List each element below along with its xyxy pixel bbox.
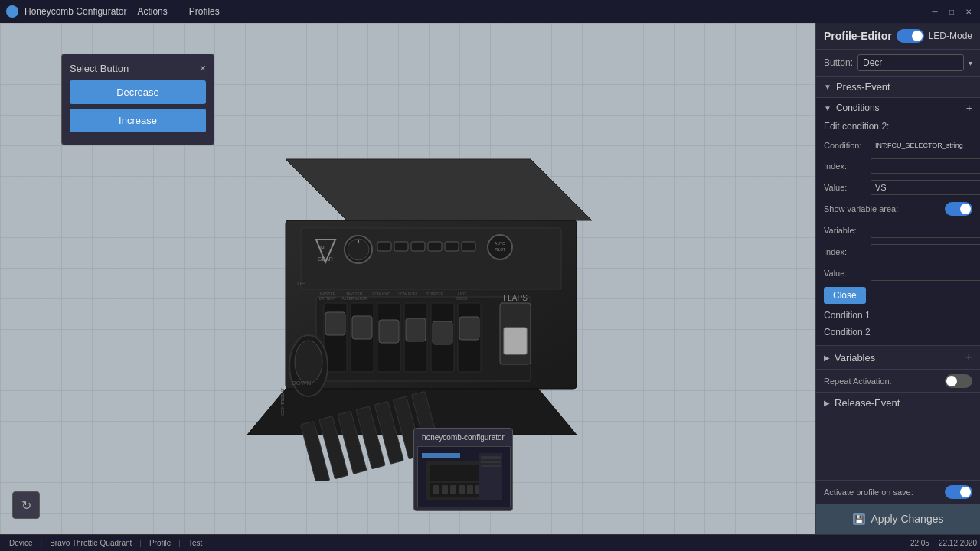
index-field-label: Index:	[824, 161, 866, 171]
condition-field-label: Condition:	[824, 141, 866, 150]
save-icon: 💾	[853, 513, 865, 525]
menu-profiles[interactable]: Profiles	[185, 5, 224, 18]
condition-input[interactable]	[871, 139, 972, 152]
svg-text:CONTROL: CONTROL	[280, 393, 285, 416]
index-input[interactable]	[871, 158, 980, 174]
taskbar-profile[interactable]: Profile	[143, 537, 177, 549]
press-event-chevron-icon: ▼	[824, 83, 831, 91]
release-event-section[interactable]: ▶ Release-Event	[816, 393, 980, 413]
taskbar-test[interactable]: Test	[182, 537, 208, 549]
refresh-button[interactable]: ↻	[12, 491, 40, 519]
conditions-subsection: ▼ Conditions + Edit condition 2: Conditi…	[816, 98, 980, 345]
var-index-input[interactable]	[871, 244, 980, 259]
panel-bottom: Activate profile on save: 💾 Apply Change…	[816, 480, 980, 534]
svg-text:N: N	[320, 244, 325, 251]
popup-header: Select Button ×	[70, 62, 206, 74]
conditions-chevron-icon: ▼	[824, 104, 831, 112]
value-input[interactable]	[871, 180, 980, 195]
press-event-section[interactable]: ▼ Press-Event	[816, 77, 980, 98]
repeat-activation-toggle[interactable]	[945, 374, 972, 388]
activate-on-save-toggle[interactable]	[945, 485, 972, 499]
condition-2-item[interactable]: Condition 2	[816, 324, 980, 341]
condition-field-row: Condition:	[816, 135, 980, 155]
repeat-toggle-knob	[946, 376, 957, 386]
svg-text:PILOT: PILOT	[494, 247, 505, 252]
svg-text:ALTERNATOR: ALTERNATOR	[341, 296, 367, 301]
svg-rect-13	[462, 242, 475, 251]
apply-changes-label: Apply Changes	[871, 513, 944, 525]
show-variable-toggle[interactable]	[945, 202, 972, 216]
app-icon	[6, 5, 18, 18]
var-value-label: Value:	[824, 269, 866, 278]
value-field-row: Value:	[816, 177, 980, 198]
svg-rect-66	[479, 453, 502, 500]
button-label: Button:	[824, 57, 853, 68]
svg-rect-26	[379, 320, 399, 343]
profile-editor-title: Profile-Editor	[824, 30, 892, 42]
condition-1-item[interactable]: Condition 1	[816, 307, 980, 324]
apply-changes-button[interactable]: 💾 Apply Changes	[816, 504, 980, 534]
taskbar-device[interactable]: Device	[3, 537, 39, 549]
var-index-field-row: Index:	[816, 241, 980, 262]
var-value-field-row: Value:	[816, 262, 980, 284]
device-illustration: N GEAR AUTO PILOT	[209, 113, 607, 481]
conditions-header[interactable]: ▼ Conditions +	[816, 98, 980, 118]
toggle-knob	[912, 31, 923, 41]
repeat-activation-row: Repeat Activation:	[816, 370, 980, 393]
variable-field-row: Variable:	[816, 220, 980, 241]
maximize-button[interactable]: □	[946, 6, 957, 17]
variables-header[interactable]: ▶ Variables +	[816, 346, 980, 370]
variables-chevron-icon: ▶	[824, 354, 830, 362]
release-event-label: Release-Event	[835, 397, 900, 409]
close-condition-button[interactable]: Close	[824, 287, 866, 304]
press-event-label: Press-Event	[836, 81, 890, 93]
activate-on-save-row: Activate profile on save:	[816, 481, 980, 504]
svg-rect-68	[481, 461, 501, 463]
taskbar-preview: honeycomb-configurator	[413, 428, 513, 511]
svg-rect-60	[433, 485, 439, 494]
svg-point-41	[295, 341, 322, 383]
svg-rect-9	[394, 242, 408, 251]
var-value-input[interactable]	[871, 266, 980, 281]
app-title: Honeycomb Configurator	[24, 6, 126, 17]
release-event-chevron-icon: ▶	[824, 399, 830, 407]
svg-rect-11	[428, 242, 442, 251]
select-button-popup: Select Button × Decrease Increase	[61, 54, 214, 145]
variables-add-button[interactable]: +	[965, 350, 972, 364]
close-button[interactable]: ✕	[963, 6, 974, 17]
taskbar-bravo[interactable]: Bravo Throttle Quadrant	[44, 537, 138, 549]
taskbar-date: 22.12.2020	[939, 539, 977, 547]
svg-rect-1	[301, 228, 561, 289]
variable-label: Variable:	[824, 226, 866, 235]
svg-rect-62	[450, 485, 456, 494]
show-variable-area-row: Show variable area:	[816, 198, 980, 220]
conditions-add-button[interactable]: +	[966, 102, 972, 114]
repeat-activation-label: Repeat Activation:	[824, 377, 945, 386]
decrease-button[interactable]: Decrease	[70, 80, 206, 104]
svg-rect-8	[377, 242, 391, 251]
led-mode-toggle[interactable]	[897, 29, 924, 43]
svg-rect-69	[481, 465, 501, 467]
svg-rect-27	[406, 318, 426, 341]
led-toggle-area: LED-Mode	[897, 29, 972, 43]
svg-text:LOW FUEL: LOW FUEL	[398, 292, 418, 296]
svg-rect-24	[325, 312, 345, 335]
svg-rect-61	[442, 485, 448, 494]
svg-text:STARTER: STARTER	[426, 292, 443, 296]
preview-title: honeycomb-configurator	[417, 432, 509, 443]
svg-rect-67	[481, 456, 501, 459]
increase-button[interactable]: Increase	[70, 109, 206, 132]
activate-toggle-knob	[960, 487, 971, 497]
popup-title: Select Button	[70, 63, 129, 74]
minimize-button[interactable]: ─	[929, 6, 940, 17]
edit-condition-title: Edit condition 2:	[816, 118, 980, 135]
variables-section: ▶ Variables +	[816, 345, 980, 370]
window-controls: ─ □ ✕	[929, 6, 974, 17]
button-dropdown[interactable]: Decr Incr	[858, 54, 964, 71]
svg-rect-25	[352, 316, 372, 339]
menu-actions[interactable]: Actions	[132, 5, 172, 18]
value-field-label: Value:	[824, 183, 866, 192]
popup-close-button[interactable]: ×	[200, 62, 206, 74]
variable-input[interactable]	[871, 223, 980, 238]
svg-rect-29	[459, 317, 479, 340]
